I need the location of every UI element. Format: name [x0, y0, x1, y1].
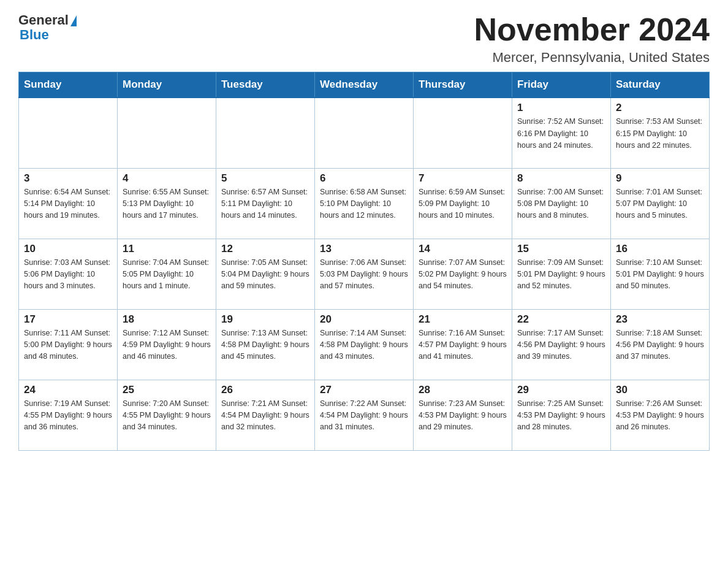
calendar-cell: 27Sunrise: 7:22 AM Sunset: 4:54 PM Dayli… — [315, 380, 414, 450]
day-info: Sunrise: 7:19 AM Sunset: 4:55 PM Dayligh… — [24, 398, 112, 434]
day-info: Sunrise: 7:17 AM Sunset: 4:56 PM Dayligh… — [517, 327, 605, 363]
calendar-cell — [414, 98, 512, 168]
day-number: 20 — [320, 313, 408, 326]
calendar-cell: 1Sunrise: 7:52 AM Sunset: 6:16 PM Daylig… — [512, 98, 611, 168]
day-of-week-header: Thursday — [414, 72, 512, 98]
day-of-week-header: Wednesday — [315, 72, 414, 98]
calendar-cell: 2Sunrise: 7:53 AM Sunset: 6:15 PM Daylig… — [611, 98, 710, 168]
header: General Blue November 2024 Mercer, Penns… — [18, 12, 710, 66]
calendar-cell: 8Sunrise: 7:00 AM Sunset: 5:08 PM Daylig… — [512, 168, 611, 239]
day-info: Sunrise: 7:11 AM Sunset: 5:00 PM Dayligh… — [24, 327, 112, 363]
calendar-cell — [118, 98, 216, 168]
calendar-cell: 17Sunrise: 7:11 AM Sunset: 5:00 PM Dayli… — [19, 309, 118, 380]
day-info: Sunrise: 7:20 AM Sunset: 4:55 PM Dayligh… — [123, 398, 211, 434]
day-number: 10 — [24, 243, 112, 255]
day-info: Sunrise: 7:01 AM Sunset: 5:07 PM Dayligh… — [616, 186, 704, 222]
calendar-cell: 16Sunrise: 7:10 AM Sunset: 5:01 PM Dayli… — [611, 239, 710, 309]
day-info: Sunrise: 7:26 AM Sunset: 4:53 PM Dayligh… — [616, 398, 704, 434]
day-info: Sunrise: 7:05 AM Sunset: 5:04 PM Dayligh… — [221, 257, 309, 293]
day-number: 24 — [24, 384, 112, 396]
day-info: Sunrise: 7:25 AM Sunset: 4:53 PM Dayligh… — [517, 398, 605, 434]
calendar-cell: 7Sunrise: 6:59 AM Sunset: 5:09 PM Daylig… — [414, 168, 512, 239]
day-number: 14 — [419, 243, 507, 255]
calendar-cell: 5Sunrise: 6:57 AM Sunset: 5:11 PM Daylig… — [216, 168, 315, 239]
calendar-cell: 28Sunrise: 7:23 AM Sunset: 4:53 PM Dayli… — [414, 380, 512, 450]
calendar-cell — [216, 98, 315, 168]
day-number: 28 — [419, 384, 507, 396]
calendar-cell: 29Sunrise: 7:25 AM Sunset: 4:53 PM Dayli… — [512, 380, 611, 450]
calendar-cell: 12Sunrise: 7:05 AM Sunset: 5:04 PM Dayli… — [216, 239, 315, 309]
calendar-week-row: 24Sunrise: 7:19 AM Sunset: 4:55 PM Dayli… — [19, 380, 710, 450]
calendar-cell: 30Sunrise: 7:26 AM Sunset: 4:53 PM Dayli… — [611, 380, 710, 450]
calendar-week-row: 1Sunrise: 7:52 AM Sunset: 6:16 PM Daylig… — [19, 98, 710, 168]
calendar-cell: 25Sunrise: 7:20 AM Sunset: 4:55 PM Dayli… — [118, 380, 216, 450]
day-info: Sunrise: 7:00 AM Sunset: 5:08 PM Dayligh… — [517, 186, 605, 222]
day-of-week-header: Tuesday — [216, 72, 315, 98]
day-info: Sunrise: 7:07 AM Sunset: 5:02 PM Dayligh… — [419, 257, 507, 293]
day-info: Sunrise: 7:53 AM Sunset: 6:15 PM Dayligh… — [616, 116, 704, 151]
calendar-cell: 4Sunrise: 6:55 AM Sunset: 5:13 PM Daylig… — [118, 168, 216, 239]
calendar-cell: 10Sunrise: 7:03 AM Sunset: 5:06 PM Dayli… — [19, 239, 118, 309]
calendar-cell: 13Sunrise: 7:06 AM Sunset: 5:03 PM Dayli… — [315, 239, 414, 309]
day-number: 18 — [123, 313, 211, 326]
calendar: SundayMondayTuesdayWednesdayThursdayFrid… — [18, 72, 710, 451]
day-number: 22 — [517, 313, 605, 326]
day-info: Sunrise: 7:16 AM Sunset: 4:57 PM Dayligh… — [419, 327, 507, 363]
calendar-cell: 21Sunrise: 7:16 AM Sunset: 4:57 PM Dayli… — [414, 309, 512, 380]
day-number: 8 — [517, 172, 605, 185]
day-number: 7 — [419, 172, 507, 185]
day-info: Sunrise: 7:04 AM Sunset: 5:05 PM Dayligh… — [123, 257, 211, 293]
day-number: 6 — [320, 172, 408, 185]
calendar-header-row: SundayMondayTuesdayWednesdayThursdayFrid… — [19, 72, 710, 98]
day-info: Sunrise: 6:59 AM Sunset: 5:09 PM Dayligh… — [419, 186, 507, 222]
day-number: 30 — [616, 384, 704, 396]
day-info: Sunrise: 6:57 AM Sunset: 5:11 PM Dayligh… — [221, 186, 309, 222]
day-number: 25 — [123, 384, 211, 396]
day-info: Sunrise: 7:03 AM Sunset: 5:06 PM Dayligh… — [24, 257, 112, 293]
day-info: Sunrise: 7:09 AM Sunset: 5:01 PM Dayligh… — [517, 257, 605, 293]
day-info: Sunrise: 7:13 AM Sunset: 4:58 PM Dayligh… — [221, 327, 309, 363]
logo-triangle-icon — [70, 15, 77, 26]
day-info: Sunrise: 7:21 AM Sunset: 4:54 PM Dayligh… — [221, 398, 309, 434]
day-info: Sunrise: 6:55 AM Sunset: 5:13 PM Dayligh… — [123, 186, 211, 222]
calendar-week-row: 17Sunrise: 7:11 AM Sunset: 5:00 PM Dayli… — [19, 309, 710, 380]
title-section: November 2024 Mercer, Pennsylvania, Unit… — [474, 12, 710, 66]
day-number: 17 — [24, 313, 112, 326]
day-info: Sunrise: 7:23 AM Sunset: 4:53 PM Dayligh… — [419, 398, 507, 434]
day-of-week-header: Sunday — [19, 72, 118, 98]
logo: General Blue — [18, 12, 77, 43]
day-info: Sunrise: 6:58 AM Sunset: 5:10 PM Dayligh… — [320, 186, 408, 222]
calendar-cell — [315, 98, 414, 168]
calendar-cell: 19Sunrise: 7:13 AM Sunset: 4:58 PM Dayli… — [216, 309, 315, 380]
day-info: Sunrise: 7:18 AM Sunset: 4:56 PM Dayligh… — [616, 327, 704, 363]
day-number: 11 — [123, 243, 211, 255]
calendar-cell — [19, 98, 118, 168]
day-number: 16 — [616, 243, 704, 255]
day-info: Sunrise: 7:22 AM Sunset: 4:54 PM Dayligh… — [320, 398, 408, 434]
calendar-cell: 20Sunrise: 7:14 AM Sunset: 4:58 PM Dayli… — [315, 309, 414, 380]
page-title: November 2024 — [474, 12, 710, 47]
calendar-cell: 18Sunrise: 7:12 AM Sunset: 4:59 PM Dayli… — [118, 309, 216, 380]
day-number: 19 — [221, 313, 309, 326]
day-number: 29 — [517, 384, 605, 396]
day-number: 15 — [517, 243, 605, 255]
subtitle: Mercer, Pennsylvania, United States — [474, 50, 710, 66]
day-number: 21 — [419, 313, 507, 326]
day-info: Sunrise: 7:52 AM Sunset: 6:16 PM Dayligh… — [517, 116, 605, 151]
day-info: Sunrise: 7:12 AM Sunset: 4:59 PM Dayligh… — [123, 327, 211, 363]
day-number: 2 — [616, 102, 704, 114]
calendar-cell: 14Sunrise: 7:07 AM Sunset: 5:02 PM Dayli… — [414, 239, 512, 309]
calendar-cell: 24Sunrise: 7:19 AM Sunset: 4:55 PM Dayli… — [19, 380, 118, 450]
day-of-week-header: Monday — [118, 72, 216, 98]
logo-blue-text: Blue — [20, 27, 49, 43]
calendar-week-row: 3Sunrise: 6:54 AM Sunset: 5:14 PM Daylig… — [19, 168, 710, 239]
day-of-week-header: Friday — [512, 72, 611, 98]
day-number: 26 — [221, 384, 309, 396]
calendar-cell: 23Sunrise: 7:18 AM Sunset: 4:56 PM Dayli… — [611, 309, 710, 380]
day-number: 12 — [221, 243, 309, 255]
day-number: 1 — [517, 102, 605, 114]
day-info: Sunrise: 6:54 AM Sunset: 5:14 PM Dayligh… — [24, 186, 112, 222]
day-number: 13 — [320, 243, 408, 255]
day-number: 23 — [616, 313, 704, 326]
day-number: 27 — [320, 384, 408, 396]
